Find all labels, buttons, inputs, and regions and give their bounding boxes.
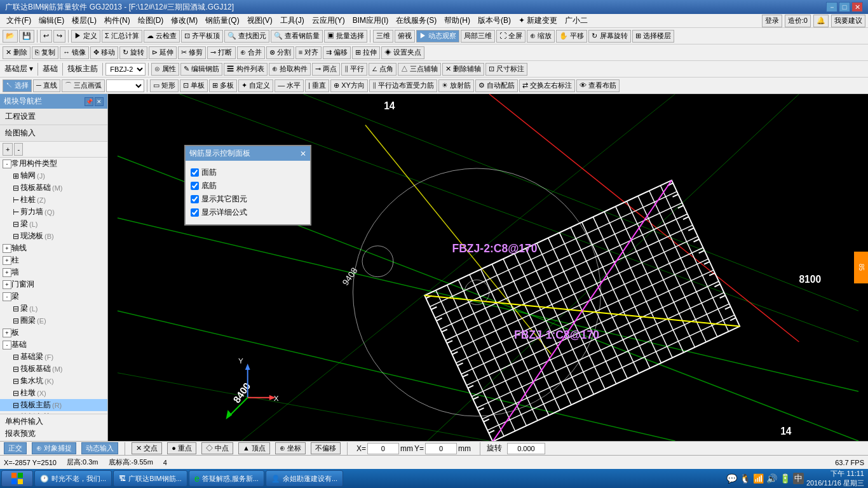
btn-three-point-aux[interactable]: △ 三点辅轴: [398, 63, 441, 76]
btn-select-floor[interactable]: ⊞ 选择楼层: [632, 30, 674, 43]
btn-open[interactable]: 📂: [3, 30, 18, 43]
expand-foundation[interactable]: -: [3, 341, 11, 349]
btn-single-plate[interactable]: ⊡ 单板: [180, 79, 208, 92]
tree-raft-main-rebar[interactable]: ⊟ 筏板主筋 (R): [0, 399, 107, 411]
btn-screen-rotate[interactable]: ↻ 屏幕旋转: [588, 30, 630, 43]
btn-dimension[interactable]: ⊡ 尺寸标注: [485, 63, 527, 76]
btn-undo[interactable]: ↩: [40, 30, 52, 43]
expand-column[interactable]: +: [3, 256, 11, 265]
btn-mirror[interactable]: ↔ 镜像: [60, 46, 89, 59]
menu-rebar-qty[interactable]: 钢筋量(Q): [201, 14, 243, 27]
start-button[interactable]: [1, 470, 33, 487]
btn-trim[interactable]: ✂ 修剪: [178, 46, 206, 59]
orange-side-button[interactable]: 85: [854, 252, 868, 283]
tree-axis[interactable]: + 轴线: [0, 242, 107, 254]
suggest-button[interactable]: 我要建议: [831, 15, 865, 27]
btn-multi-plate[interactable]: ⊞ 多板: [209, 79, 237, 92]
menu-element[interactable]: 构件(N): [100, 14, 134, 27]
btn-horizontal[interactable]: — 水平: [275, 79, 304, 92]
bell-icon[interactable]: 🔔: [813, 15, 829, 27]
minimize-button[interactable]: －: [826, 2, 837, 12]
tree-raft[interactable]: ⊟ 筏板基础 (M): [0, 363, 107, 375]
tree-column[interactable]: + 柱: [0, 254, 107, 266]
btn-batch-select[interactable]: ▣ 批量选择: [324, 30, 367, 43]
menu-new-change[interactable]: ✦ 新建变更: [515, 14, 561, 27]
nav-add-button[interactable]: +: [3, 143, 13, 156]
btn-break[interactable]: ⊸ 打断: [207, 46, 235, 59]
menu-bim[interactable]: BIM应用(I): [349, 14, 393, 27]
settings-section[interactable]: 工程设置: [0, 109, 107, 125]
rebar-show-elements-checkbox[interactable]: [191, 195, 199, 203]
tree-beam-L[interactable]: ⊟ 梁 (L): [0, 302, 107, 315]
btn-split[interactable]: ⊗ 分割: [266, 46, 294, 59]
tree-raft-base[interactable]: ⊟ 筏板基础 (M): [0, 182, 107, 194]
nav-pin-button[interactable]: 📌: [85, 97, 93, 106]
btn-delete-aux[interactable]: ✕ 删除辅轴: [442, 63, 484, 76]
tree-door-window[interactable]: + 门窗洞: [0, 278, 107, 290]
canvas-area[interactable]: FBZJ-2:C8@170 FBZJ-1:C8@170 14 14 8100 8…: [108, 94, 868, 441]
btn-set-grip[interactable]: ◈ 设置夹点: [381, 46, 424, 59]
taskbar-app-qa[interactable]: e 答疑解惑,服务新...: [189, 470, 264, 487]
btn-element-list[interactable]: ☰ 构件列表: [224, 63, 267, 76]
taskbar-app-clock[interactable]: 🕐 时光不老，我们...: [34, 470, 112, 487]
menu-draw[interactable]: 绘图(D): [134, 14, 168, 27]
btn-custom[interactable]: ✦ 自定义: [238, 79, 273, 92]
btn-zoom[interactable]: ⊕ 缩放: [527, 30, 555, 43]
btn-cloud-check[interactable]: ☁ 云检查: [144, 30, 180, 43]
btn-merge[interactable]: ⊕ 合并: [237, 46, 265, 59]
y-input[interactable]: [425, 443, 457, 454]
btn-snap[interactable]: ⊕ 对象捕捉: [32, 442, 76, 454]
expand-axis[interactable]: +: [3, 244, 11, 253]
tree-sump[interactable]: ⊟ 集水坑 (K): [0, 375, 107, 387]
btn-xy-dir[interactable]: ⊕ XY方向: [330, 79, 368, 92]
draw-input-section[interactable]: 绘图输入: [0, 125, 107, 142]
menu-modify[interactable]: 修改(M): [167, 14, 201, 27]
btn-coord[interactable]: ⊕ 坐标: [275, 442, 306, 454]
btn-pick-element[interactable]: ⊕ 拾取构件: [269, 63, 311, 76]
btn-stretch[interactable]: ⊞ 拉伸: [352, 46, 380, 59]
rebar-panel-close[interactable]: ✕: [300, 149, 306, 158]
expand-beam[interactable]: -: [3, 292, 11, 301]
single-element-input[interactable]: 单构件输入: [3, 416, 105, 428]
tree-beam[interactable]: ⊟ 梁 (L): [0, 218, 107, 230]
menu-floor[interactable]: 楼层(L): [68, 14, 100, 27]
expand-plate[interactable]: +: [3, 329, 11, 337]
taskbar-app-glj[interactable]: 🏗 广联达BIM钢筋...: [113, 470, 187, 487]
tree-common-types[interactable]: - 常用构件类型: [0, 158, 107, 170]
btn-save[interactable]: 💾: [19, 30, 34, 43]
tree-pile-column[interactable]: ⊢ 柱桩 (Z): [0, 194, 107, 206]
expand-wall[interactable]: +: [3, 268, 11, 277]
menu-user[interactable]: 广小二: [561, 14, 592, 27]
menu-view[interactable]: 视图(V): [243, 14, 276, 27]
btn-parallel-edge[interactable]: ∥ 平行边布置受力筋: [369, 79, 437, 92]
expand-door-window[interactable]: +: [3, 280, 11, 289]
btn-dynamic-observe[interactable]: ▶ 动态观察: [416, 30, 459, 43]
nav-close-button[interactable]: ✕: [95, 97, 104, 106]
btn-redo[interactable]: ↪: [53, 30, 65, 43]
tree-plate[interactable]: + 板: [0, 327, 107, 339]
btn-auto-rebar[interactable]: ⚙ 自动配筋: [475, 79, 518, 92]
btn-pan[interactable]: ✋ 平移: [556, 30, 587, 43]
btn-properties[interactable]: ⊙ 属性: [151, 63, 179, 76]
btn-view-rebar[interactable]: 🔍 查看钢筋量: [271, 30, 323, 43]
btn-radial[interactable]: ☀ 放射筋: [438, 79, 474, 92]
menu-version[interactable]: 版本号(B): [474, 14, 515, 27]
btn-dynamic[interactable]: 动态输入: [81, 442, 118, 454]
tree-column-pier[interactable]: ⊟ 柱墩 (X): [0, 387, 107, 399]
x-input[interactable]: [367, 443, 399, 454]
taskbar-app-user[interactable]: 👤 余姐勘蓬建设有...: [266, 470, 343, 487]
btn-ortho[interactable]: 正交: [4, 442, 27, 454]
tree-ring-beam[interactable]: ⊟ 圈梁 (E): [0, 315, 107, 327]
btn-find-element[interactable]: 🔍 查找图元: [224, 30, 269, 43]
btn-view-rebar2[interactable]: 👁 查看布筋: [576, 79, 620, 92]
tree-shear-wall[interactable]: ⊢ 剪力墙 (Q): [0, 206, 107, 218]
rotate-input[interactable]: [507, 443, 545, 454]
tree-foundation-beam[interactable]: ⊟ 基础梁 (F): [0, 351, 107, 363]
btn-delete[interactable]: ✕ 删除: [3, 46, 31, 59]
btn-parallel[interactable]: ∥ 平行: [341, 63, 367, 76]
rebar-panel-header[interactable]: 钢筋显示控制面板 ✕: [186, 146, 310, 161]
report-preview[interactable]: 报表预览: [3, 428, 105, 440]
btn-partial-3d[interactable]: 局部三维: [461, 30, 495, 43]
menu-edit[interactable]: 编辑(E): [35, 14, 68, 27]
nav-minus-button[interactable]: -: [14, 143, 23, 156]
